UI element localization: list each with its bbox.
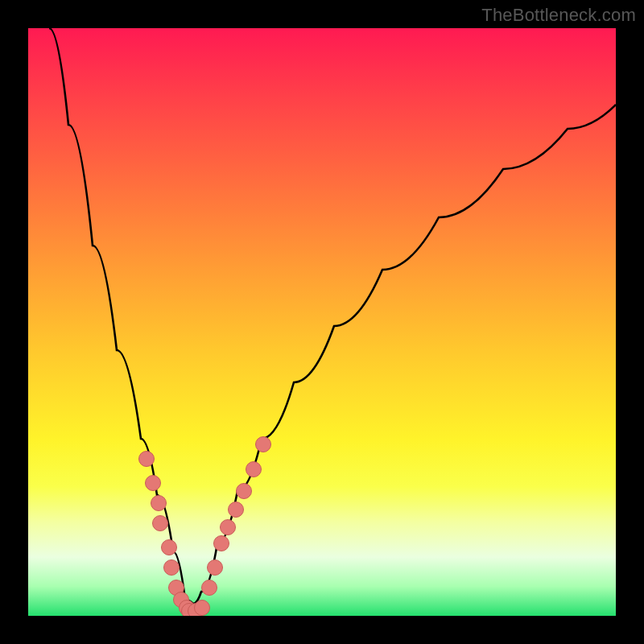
marker-dot — [151, 496, 167, 511]
marker-dot — [164, 560, 180, 576]
marker-dot — [153, 516, 168, 531]
marker-dot — [202, 580, 217, 596]
marker-dot — [208, 560, 223, 576]
marker-dot — [214, 536, 229, 551]
marker-dot — [237, 484, 252, 499]
chart-frame: TheBottleneck.com — [0, 0, 644, 644]
plot-area — [28, 28, 616, 616]
marker-group — [139, 437, 271, 617]
marker-dot — [221, 520, 236, 535]
marker-dot — [246, 462, 262, 477]
marker-dot — [195, 601, 210, 616]
marker-dot — [146, 476, 161, 491]
marker-dot — [229, 502, 244, 518]
bottleneck-curve-svg — [28, 28, 616, 616]
marker-dot — [162, 540, 177, 555]
marker-dot — [256, 437, 271, 452]
bottleneck-curve — [49, 28, 616, 604]
marker-dot — [139, 452, 155, 467]
watermark-text: TheBottleneck.com — [481, 5, 636, 26]
